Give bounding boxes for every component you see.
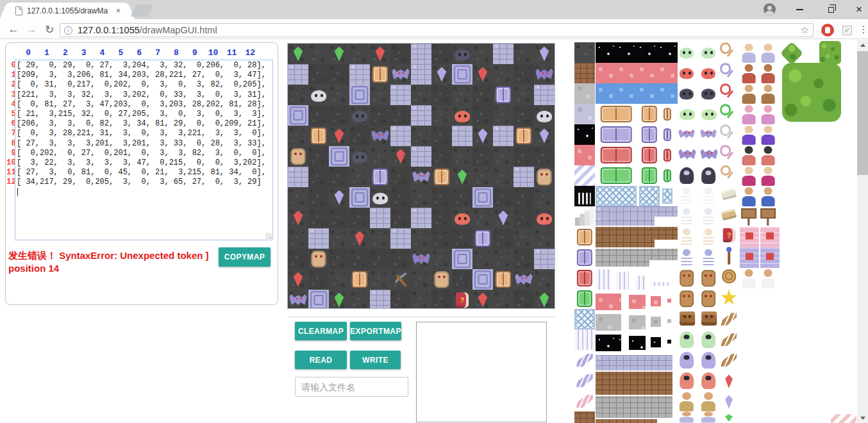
palette-tile-person[interactable] — [740, 42, 758, 63]
map-tile[interactable] — [534, 105, 555, 126]
palette-tile-door[interactable] — [639, 104, 660, 124]
write-button[interactable]: WRITE — [350, 351, 401, 369]
map-tile[interactable] — [411, 208, 431, 228]
palette-tile-lattice[interactable] — [574, 309, 595, 329]
map-tile[interactable] — [411, 105, 431, 126]
map-tile[interactable] — [329, 126, 349, 146]
map-tile[interactable] — [308, 228, 329, 249]
palette-tile-bat[interactable] — [699, 126, 718, 142]
map-tile[interactable] — [513, 290, 534, 308]
map-canvas[interactable] — [288, 44, 555, 308]
map-tile[interactable] — [431, 208, 452, 228]
palette-tile-ghost[interactable] — [699, 350, 718, 370]
palette-tile-gem[interactable] — [721, 392, 737, 411]
window-restore-button[interactable] — [817, 0, 845, 19]
palette-tile-key[interactable] — [719, 104, 737, 122]
reload-button[interactable]: ↻ — [41, 21, 58, 38]
palette-tile-night[interactable] — [667, 340, 671, 344]
palette-tile-flatgrey[interactable] — [574, 83, 595, 104]
map-tile[interactable] — [534, 249, 555, 269]
palette-tile-golem[interactable] — [677, 268, 696, 288]
textarea-resize-grip[interactable] — [265, 233, 272, 239]
map-tile[interactable] — [472, 64, 493, 85]
palette-tile-wing[interactable] — [574, 350, 595, 370]
map-tile[interactable] — [288, 64, 308, 85]
palette-tile-person[interactable] — [759, 124, 777, 145]
palette-tile-ghost[interactable] — [677, 329, 696, 350]
palette-tile-key[interactable] — [719, 145, 737, 163]
map-tile[interactable] — [493, 126, 513, 146]
palette-tile-person[interactable] — [677, 391, 696, 411]
palette-tile-golem[interactable] — [699, 268, 718, 288]
map-tile[interactable] — [329, 208, 349, 228]
palette-tile-wallb[interactable] — [596, 227, 678, 240]
matrix-textarea[interactable] — [15, 60, 273, 240]
palette-tile-door[interactable] — [574, 227, 595, 247]
profile-avatar-icon[interactable] — [764, 3, 776, 15]
map-tile[interactable] — [493, 44, 513, 64]
palette-tile-lattice[interactable] — [662, 188, 672, 204]
new-tab-button[interactable] — [131, 4, 153, 17]
scrollbar-up-arrow[interactable] — [857, 40, 868, 50]
map-tile[interactable] — [513, 167, 534, 187]
map-tile[interactable] — [308, 269, 329, 290]
palette-tile-skel[interactable] — [699, 186, 718, 206]
palette-tile-flatbrown[interactable] — [574, 63, 595, 83]
palette-tile-key[interactable] — [719, 83, 737, 101]
map-tile[interactable] — [390, 44, 411, 64]
map-tile[interactable] — [349, 228, 370, 249]
palette-tile-pillar[interactable] — [651, 282, 669, 286]
map-tile[interactable] — [329, 290, 349, 308]
map-tile[interactable] — [513, 44, 534, 64]
map-tile[interactable] — [390, 269, 411, 290]
palette-tile-lattice[interactable] — [596, 186, 637, 206]
map-tile[interactable] — [370, 290, 390, 308]
map-tile[interactable] — [534, 167, 555, 187]
palette-tile-door[interactable] — [662, 168, 672, 183]
palette-tile-wing[interactable] — [719, 310, 739, 329]
palette-tile-slime[interactable] — [677, 104, 697, 123]
palette-tile-door[interactable] — [596, 165, 637, 186]
palette-tile-slime[interactable] — [699, 42, 718, 62]
map-tile[interactable] — [329, 146, 349, 167]
palette-tile-skel[interactable] — [677, 186, 696, 206]
map-tile[interactable] — [349, 105, 370, 126]
palette-tile-wing[interactable] — [574, 370, 595, 391]
browser-menu-icon[interactable]: ⋮ — [859, 21, 868, 38]
back-button[interactable]: ← — [5, 21, 22, 38]
palette-tile-person[interactable] — [759, 186, 777, 206]
map-tile[interactable] — [534, 85, 555, 105]
map-tile[interactable] — [329, 228, 349, 249]
forward-button[interactable]: → — [23, 21, 40, 38]
palette-tile-pillar[interactable] — [635, 276, 646, 290]
palette-tile-flatbrown[interactable] — [574, 411, 595, 423]
palette-tile-ghost[interactable] — [677, 350, 696, 370]
palette-tile-stripep[interactable] — [831, 414, 856, 423]
palette-tile-slime[interactable] — [699, 63, 718, 82]
map-tile[interactable] — [308, 126, 329, 146]
map-tile[interactable] — [329, 105, 349, 126]
palette-tile-wing[interactable] — [574, 391, 595, 411]
map-tile[interactable] — [534, 269, 555, 290]
address-bar[interactable]: i 127.0.0.1:1055/drawMapGUI.html ☆ — [60, 23, 814, 37]
map-tile[interactable] — [329, 187, 349, 208]
map-tile[interactable] — [390, 249, 411, 269]
palette-tile-key[interactable] — [719, 124, 737, 142]
palette-tile-person[interactable] — [759, 42, 777, 63]
palette-tile-door[interactable] — [662, 106, 672, 122]
map-tile[interactable] — [411, 126, 431, 146]
map-tile[interactable] — [349, 44, 370, 64]
map-tile[interactable] — [513, 249, 534, 269]
palette-tile-stripe[interactable] — [574, 165, 595, 186]
map-tile[interactable] — [431, 187, 452, 208]
palette-tile-golem[interactable] — [677, 288, 696, 309]
palette-tile-night[interactable] — [596, 335, 621, 351]
map-tile[interactable] — [513, 146, 534, 167]
palette-tile-door[interactable] — [574, 268, 595, 288]
map-tile[interactable] — [370, 105, 390, 126]
map-tile[interactable] — [288, 228, 308, 249]
filename-input[interactable] — [295, 377, 408, 397]
palette-tile-person[interactable] — [740, 104, 758, 124]
palette-tile-person[interactable] — [740, 63, 758, 83]
palette-tile-wallg[interactable] — [596, 396, 672, 418]
